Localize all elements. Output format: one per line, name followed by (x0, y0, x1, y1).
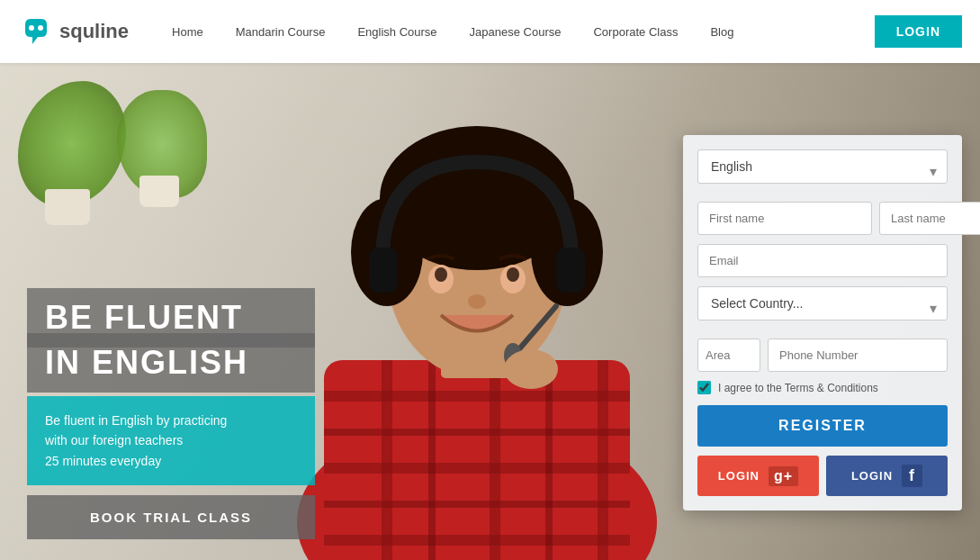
svg-rect-26 (556, 248, 585, 293)
google-plus-icon: g+ (769, 466, 798, 486)
terms-row: I agree to the Terms & Conditions (697, 381, 948, 394)
svg-rect-4 (324, 360, 630, 560)
hero-headline2-text: IN ENGLISH (45, 344, 248, 381)
hero-subtext-box: Be fluent in English by practicing with … (27, 396, 315, 485)
hero-subtext-line1: Be fluent in English by practicing (45, 411, 297, 430)
terms-label: I agree to the Terms & Conditions (718, 382, 878, 394)
squline-logo-icon (18, 14, 54, 50)
nav-mandarin[interactable]: Mandarin Course (220, 25, 342, 39)
nav-links: Home Mandarin Course English Course Japa… (156, 25, 875, 39)
language-select[interactable]: English Mandarin Japanese (697, 149, 948, 184)
svg-point-2 (38, 25, 43, 31)
country-select[interactable]: Select Country... (697, 286, 948, 321)
google-login-button[interactable]: LOGINg+ (697, 456, 819, 496)
registration-form-panel: English Mandarin Japanese Select Country… (683, 135, 962, 510)
country-select-wrapper: Select Country... (697, 286, 948, 330)
nav-japanese[interactable]: Japanese Course (454, 25, 578, 39)
email-input[interactable] (697, 244, 948, 277)
google-login-label-text: LOGIN (718, 469, 760, 483)
last-name-input[interactable] (879, 202, 980, 235)
phone-row (697, 339, 948, 372)
navbar: squline Home Mandarin Course English Cou… (0, 0, 980, 63)
logo-text: squline (59, 20, 129, 43)
facebook-login-label-text: LOGIN (851, 469, 893, 483)
nav-blog[interactable]: Blog (694, 25, 750, 39)
person-svg (252, 72, 674, 560)
nav-english[interactable]: English Course (341, 25, 453, 39)
hero-headline1-text: BE FLUENT (45, 299, 243, 336)
hero-subtext-line3: 25 minutes everyday (45, 451, 297, 471)
plant-pot-right (139, 176, 179, 207)
terms-text-content: I agree to the Terms & Conditions (718, 382, 878, 394)
name-row (697, 202, 948, 235)
area-code-input[interactable] (697, 339, 760, 372)
svg-point-24 (468, 294, 486, 309)
svg-point-29 (504, 349, 558, 389)
facebook-icon-symbol: f (902, 465, 922, 487)
svg-rect-25 (369, 248, 398, 293)
svg-point-1 (29, 25, 34, 31)
hero-headline2-box: IN ENGLISH (27, 333, 315, 393)
facebook-login-button[interactable]: LOGINf (826, 456, 948, 496)
language-select-wrapper: English Mandarin Japanese (697, 149, 948, 193)
register-button[interactable]: REGISTER (697, 405, 948, 447)
nav-home[interactable]: Home (156, 25, 220, 39)
hero-section: BE FLUENT IN ENGLISH Be fluent in Englis… (0, 63, 980, 560)
book-trial-button[interactable]: BOOK TRIAL CLASS (27, 495, 315, 539)
plant-left (18, 81, 126, 207)
terms-checkbox[interactable] (697, 381, 711, 394)
first-name-input[interactable] (697, 202, 872, 235)
hero-subtext-line2: with our foreign teachers (45, 430, 297, 450)
logo-link[interactable]: squline (18, 14, 129, 50)
svg-point-22 (435, 267, 447, 282)
social-login-row: LOGINg+ LOGINf (697, 456, 948, 496)
nav-login-button[interactable]: LOGIN (875, 15, 962, 48)
phone-number-input[interactable] (768, 339, 948, 372)
plant-pot-left (45, 189, 90, 225)
svg-point-23 (507, 267, 519, 282)
nav-corporate[interactable]: Corporate Class (577, 25, 694, 39)
